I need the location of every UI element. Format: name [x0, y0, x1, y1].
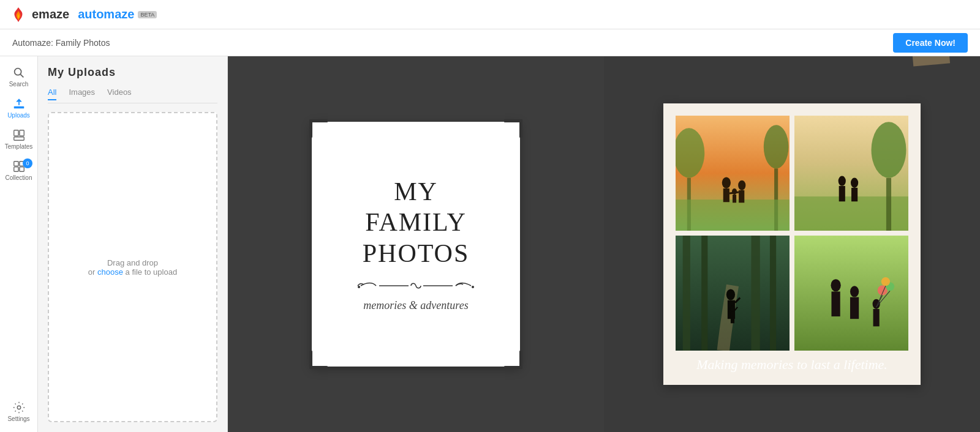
- tab-videos[interactable]: Videos: [107, 88, 132, 100]
- sidebar-item-settings[interactable]: Settings: [0, 396, 37, 427]
- svg-point-14: [472, 286, 474, 288]
- svg-rect-3: [13, 130, 18, 136]
- photo-row-bottom: [676, 236, 908, 351]
- family-photo-3: [676, 236, 790, 351]
- family-photo-4: [794, 236, 908, 351]
- svg-rect-49: [831, 291, 840, 316]
- svg-point-11: [358, 286, 360, 288]
- choose-file-link[interactable]: choose: [97, 267, 123, 277]
- emaze-flame-icon: [10, 6, 27, 23]
- family-photo-2: [794, 116, 908, 231]
- search-icon: [12, 66, 26, 80]
- svg-point-56: [881, 277, 890, 286]
- svg-point-50: [850, 286, 859, 297]
- svg-rect-9: [19, 167, 23, 171]
- scrapbook: MY FAMILY PHOTOS: [228, 56, 980, 432]
- uploads-panel: My Uploads All Images Videos Drag and dr…: [38, 56, 228, 432]
- sidebar-item-collection[interactable]: 0 Collection: [0, 155, 37, 186]
- uploads-tabs: All Images Videos: [48, 88, 217, 103]
- svg-point-32: [839, 176, 846, 186]
- photo-cell-4: [794, 236, 908, 351]
- sidebar-item-label: Templates: [5, 143, 33, 150]
- photo-row-top: [676, 116, 908, 231]
- tape-decoration: [912, 56, 950, 67]
- create-now-button[interactable]: Create Now!: [893, 33, 968, 53]
- photo-overlay-1: [676, 116, 790, 231]
- page-title: Automaze: Family Photos: [12, 38, 110, 48]
- corner-br-icon: [504, 351, 522, 369]
- page-left: MY FAMILY PHOTOS: [228, 56, 604, 432]
- svg-point-41: [726, 289, 735, 300]
- svg-point-23: [738, 181, 745, 190]
- canvas-area: MY FAMILY PHOTOS: [228, 56, 980, 432]
- drop-line1: Drag and drop: [107, 258, 158, 267]
- sidebar-item-label: Search: [9, 81, 29, 88]
- svg-point-43: [730, 306, 735, 312]
- svg-point-0: [14, 69, 21, 75]
- tab-images[interactable]: Images: [69, 88, 95, 100]
- svg-rect-39: [751, 236, 760, 351]
- subbar: Automaze: Family Photos Create Now!: [0, 29, 980, 56]
- family-photo-1: [676, 116, 790, 231]
- svg-point-18: [764, 125, 789, 168]
- logo-emaze: emaze: [32, 7, 69, 21]
- collection-badge: 0: [23, 158, 32, 168]
- collage-caption: Making memories to last a lifetime.: [676, 357, 908, 373]
- corner-bl-icon: [309, 351, 328, 369]
- svg-rect-38: [701, 236, 707, 351]
- sidebar-item-search[interactable]: Search: [0, 61, 37, 92]
- topbar: emaze automaze BETA: [0, 0, 980, 29]
- photo-overlay-2: [794, 116, 908, 231]
- svg-rect-37: [683, 236, 690, 351]
- polaroid-card: MY FAMILY PHOTOS: [312, 122, 520, 367]
- polaroid-divider: [333, 278, 499, 293]
- beta-badge: BETA: [138, 11, 157, 18]
- sidebar-item-uploads[interactable]: Uploads: [0, 92, 37, 124]
- photo-overlay-3: [676, 236, 790, 351]
- divider-icon: [355, 278, 477, 293]
- svg-rect-6: [13, 162, 18, 166]
- uploads-panel-title: My Uploads: [48, 66, 217, 79]
- svg-rect-53: [873, 309, 880, 326]
- svg-rect-31: [886, 178, 891, 231]
- drop-line2: or choose a file to upload: [88, 267, 177, 277]
- svg-rect-29: [794, 196, 908, 231]
- svg-point-30: [872, 122, 907, 177]
- upload-icon: [12, 97, 26, 111]
- page-right: Making memories to last a lifetime.: [604, 56, 980, 432]
- svg-rect-4: [19, 130, 23, 136]
- svg-rect-2: [13, 106, 24, 109]
- svg-rect-5: [13, 137, 24, 141]
- templates-icon: [12, 128, 26, 142]
- corner-tr-icon: [504, 119, 522, 138]
- svg-rect-20: [676, 199, 790, 231]
- photo-overlay-4: [794, 236, 908, 351]
- photo-cell-2: [794, 116, 908, 231]
- upload-drop-area[interactable]: Drag and drop or choose a file to upload: [48, 112, 217, 422]
- svg-rect-27: [733, 195, 736, 203]
- sidebar-item-templates[interactable]: Templates: [0, 124, 37, 155]
- photo-cell-3: [676, 236, 790, 351]
- corner-tl-icon: [309, 119, 328, 138]
- tab-all[interactable]: All: [48, 88, 56, 100]
- svg-point-48: [831, 279, 840, 291]
- sidebar-item-label: Collection: [6, 174, 32, 181]
- svg-point-21: [722, 177, 731, 188]
- polaroid-subtitle: memories & adventures: [363, 299, 468, 312]
- svg-point-34: [851, 178, 858, 188]
- svg-point-10: [17, 406, 21, 409]
- svg-rect-33: [839, 186, 845, 201]
- svg-point-26: [732, 188, 737, 195]
- svg-rect-8: [13, 167, 18, 171]
- svg-rect-35: [851, 188, 858, 201]
- settings-icon: [12, 401, 26, 414]
- svg-rect-22: [723, 188, 729, 202]
- sidebar-item-label: Uploads: [7, 112, 30, 119]
- polaroid-title: MY FAMILY PHOTOS: [363, 176, 470, 269]
- svg-line-1: [20, 74, 23, 77]
- svg-rect-24: [739, 190, 744, 203]
- svg-rect-44: [731, 312, 734, 323]
- topbar-logo-area: emaze automaze BETA: [10, 6, 157, 23]
- svg-rect-40: [770, 236, 776, 351]
- sidebar-item-label: Settings: [7, 415, 29, 422]
